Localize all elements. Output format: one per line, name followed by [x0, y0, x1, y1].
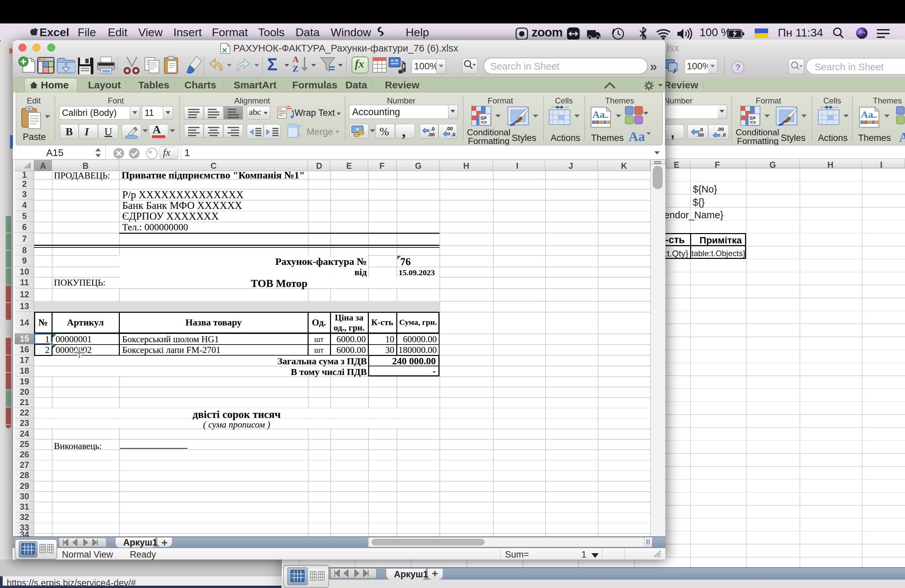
- svg-text:.0: .0: [451, 132, 456, 137]
- svg-text:.00: .00: [428, 132, 435, 137]
- svg-text:A: A: [292, 55, 299, 64]
- svg-text:.0: .0: [722, 132, 726, 137]
- svg-text:Z: Z: [292, 64, 298, 74]
- svg-text:=>: =>: [750, 119, 756, 125]
- svg-text:Aa: Aa: [861, 109, 873, 120]
- svg-text:.00: .00: [697, 132, 704, 137]
- svg-text:Aa: Aa: [592, 109, 605, 120]
- svg-text:.00: .00: [446, 126, 453, 131]
- svg-text:=>: =>: [481, 119, 487, 125]
- svg-text:.0: .0: [430, 126, 435, 132]
- svg-text:?: ?: [735, 62, 741, 72]
- svg-text:.00: .00: [717, 127, 724, 132]
- svg-text:.0: .0: [699, 127, 703, 132]
